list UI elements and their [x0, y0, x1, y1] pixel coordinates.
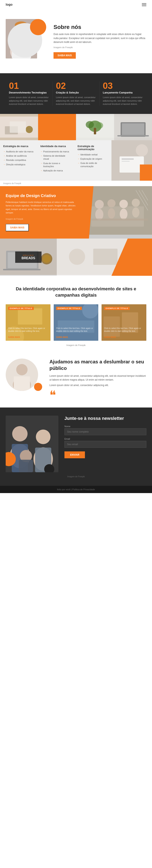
card-2-badge: EXEMPLO DE TÍTULO	[56, 307, 82, 310]
svg-point-29	[119, 200, 128, 208]
svg-point-22	[136, 144, 148, 156]
svg-point-13	[96, 122, 103, 128]
step-1-number: 01	[9, 81, 49, 90]
about-body: Duis aute irure dolor in reprehenderit i…	[53, 32, 146, 44]
quote-icon: ❝	[49, 389, 146, 401]
svg-rect-40	[3, 269, 41, 270]
steps-section: 01 Desenvolvimento Tecnologias Lorem ips…	[0, 73, 152, 114]
feature-3-list: Identidade verbal Exploração de origem G…	[78, 153, 108, 168]
feature-1-list: Auditoria de valor da marca Análise de a…	[3, 150, 34, 166]
organic-right	[57, 239, 152, 276]
card-1-content: Click to select the text box. Click agai…	[6, 324, 50, 335]
newsletter-credit: Imagem de Freepik	[6, 475, 146, 478]
svg-point-56	[16, 364, 28, 375]
card-2-content: Click to select the text box. Click agai…	[54, 324, 99, 335]
card-2-link[interactable]: SAIBA MAIS	[54, 335, 99, 341]
identity-credit: Imagem de Freepik	[6, 344, 146, 346]
card-1-link[interactable]: SAIBA MAIS	[6, 335, 50, 341]
footer-text: feito por você | Política de Privacidade	[57, 488, 95, 491]
features-orange-accent	[140, 164, 152, 181]
features-image-side	[111, 140, 152, 181]
organic-badge-main: BREADS	[19, 256, 38, 260]
svg-point-25	[95, 200, 104, 209]
card-3-badge: EXEMPLO DE TÍTULO	[104, 307, 130, 310]
svg-rect-16	[122, 123, 144, 135]
navigation: logo	[0, 0, 152, 9]
feature-1-item-3: Revisão competitiva	[3, 159, 34, 162]
nav-logo[interactable]: logo	[6, 3, 12, 6]
about-content: Sobre nós Duis aute irure dolor in repre…	[53, 24, 146, 59]
feature-2-item-2: Sistema de identidade visual	[40, 154, 71, 161]
svg-point-63	[36, 430, 50, 444]
step-1: 01 Desenvolvimento Tecnologias Lorem ips…	[6, 81, 53, 106]
step-2: 02 Criação & Seleção Lorem ipsum dolor s…	[53, 81, 100, 106]
newsletter-submit-btn[interactable]: ENVIAR	[65, 452, 85, 458]
newsletter-form-wrap: Junte-se à nossa newsletter Nome Email E…	[65, 415, 146, 458]
name-input[interactable]	[65, 428, 146, 435]
about-orange-circle	[30, 19, 46, 35]
identity-section: Da identidade corporativa ao desenvolvim…	[0, 276, 152, 353]
organic-badge-title: ORGANIC	[19, 254, 38, 256]
feature-1-item-2: Análise de audiência	[3, 154, 34, 157]
creative-btn[interactable]: SAIBA MAIS	[6, 224, 29, 231]
feature-1-item-1: Auditoria de valor da marca	[3, 150, 34, 153]
card-3-link[interactable]: SAIBA MAIS	[102, 335, 146, 341]
feature-3-item-3: Guia de estilo de comunicação	[78, 162, 108, 168]
svg-line-34	[136, 190, 148, 210]
newsletter-image	[6, 415, 58, 472]
card-1-link-text[interactable]: SAIBA MAIS	[8, 336, 20, 338]
feature-2-item-4: Aplicação de marca	[40, 169, 71, 172]
svg-rect-58	[14, 376, 30, 391]
feature-2-title: Identidade da marca	[40, 145, 71, 148]
brands-circle	[6, 359, 38, 391]
steps-img-3	[114, 114, 152, 140]
creative-body: Pellentesque habitant morbi tristique se…	[6, 200, 77, 215]
name-label: Nome	[65, 425, 146, 428]
step-2-desc: Lorem ipsum dolor sit amet, consectetur …	[56, 96, 96, 106]
identity-card-1: EXEMPLO DE TÍTULO Click to select the te…	[6, 304, 50, 341]
card-3-link-text[interactable]: SAIBA MAIS	[104, 336, 116, 338]
email-input[interactable]	[65, 441, 146, 448]
newsletter-title: Junte-se à nossa newsletter	[65, 415, 146, 422]
step-3: 03 Lançamento Campanha Lorem ipsum dolor…	[100, 81, 146, 106]
footer: feito por você | Política de Privacidade	[0, 486, 152, 493]
identity-card-3: EXEMPLO DE TÍTULO Click to select the te…	[102, 304, 146, 341]
about-btn[interactable]: SAIBA MAIS	[53, 52, 76, 59]
svg-rect-33	[87, 219, 148, 221]
svg-line-35	[139, 190, 148, 210]
creative-diag-lines	[136, 190, 148, 211]
feature-2-list: Posicionamento da marca Sistema de ident…	[40, 150, 71, 173]
features-wrapper: Estratégia de marca Auditoria de valor d…	[0, 140, 152, 186]
svg-rect-20	[122, 158, 134, 160]
brands-orange-dot	[34, 383, 42, 391]
card-2-desc: Click to select the text box. Click agai…	[56, 327, 96, 333]
svg-rect-17	[117, 135, 149, 136]
card-2-link-text[interactable]: SAIBA MAIS	[56, 336, 68, 338]
about-image	[6, 19, 46, 64]
svg-point-42	[43, 255, 51, 263]
hamburger[interactable]	[142, 3, 146, 6]
feature-2-item-3: Guia de ícones e ilustrações	[40, 162, 71, 168]
svg-point-60	[12, 426, 28, 441]
step-3-title: Lançamento Campanha	[103, 91, 143, 94]
svg-point-26	[95, 209, 103, 220]
creative-credit: Imagem de Freepik	[6, 218, 77, 221]
form-group-name: Nome	[65, 425, 146, 435]
brands-body-2: Lorem ipsum dolor sit amet, consectetur …	[49, 383, 146, 387]
feature-1-title: Estratégia de marca	[3, 145, 34, 148]
svg-rect-45	[93, 249, 118, 265]
newsletter-inner: Junte-se à nossa newsletter Nome Email E…	[6, 415, 146, 472]
organic-left: ORGANIC BREADS	[0, 239, 57, 276]
svg-point-44	[69, 249, 85, 265]
brands-image-wrap	[6, 359, 42, 391]
step-3-desc: Lorem ipsum dolor sit amet, consectetur …	[103, 96, 143, 106]
feature-3-item-2: Exploração de origem	[78, 157, 108, 160]
about-title: Sobre nós	[53, 24, 146, 30]
steps-img-orange	[38, 114, 76, 140]
identity-cards-row: EXEMPLO DE TÍTULO Click to select the te…	[6, 304, 146, 341]
brands-title: Ajudamos as marcas a deslumbrar o seu pú…	[49, 359, 146, 371]
svg-rect-48	[18, 308, 42, 324]
creative-title: Equipe de Design Criativo	[6, 193, 77, 198]
svg-rect-8	[10, 121, 26, 132]
about-section: Sobre nós Duis aute irure dolor in repre…	[0, 9, 152, 73]
